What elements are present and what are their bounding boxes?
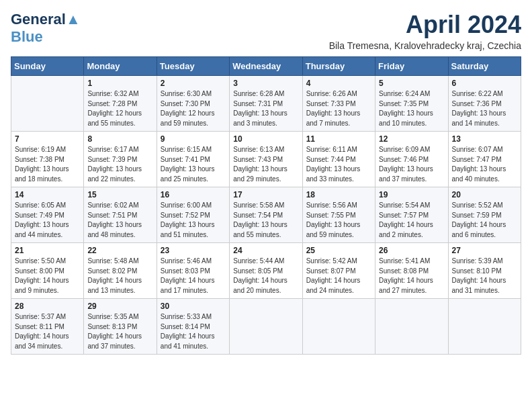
calendar-header-row: SundayMondayTuesdayWednesdayThursdayFrid… [11,57,521,76]
calendar-cell: 27 Sunrise: 5:39 AMSunset: 8:10 PMDaylig… [448,243,521,299]
header-saturday: Saturday [448,57,521,76]
logo: General▲ Blue [11,11,81,46]
calendar-table: SundayMondayTuesdayWednesdayThursdayFrid… [11,56,521,355]
calendar-cell: 3 Sunrise: 6:28 AMSunset: 7:31 PMDayligh… [230,76,302,132]
day-info: Sunrise: 5:54 AMSunset: 7:57 PMDaylight:… [379,201,444,240]
day-number: 1 [87,79,152,88]
calendar-cell: 26 Sunrise: 5:41 AMSunset: 8:08 PMDaylig… [375,243,448,299]
calendar-cell: 23 Sunrise: 5:46 AMSunset: 8:03 PMDaylig… [157,243,229,299]
day-number: 9 [161,134,226,144]
day-number: 3 [233,79,298,88]
calendar-week-2: 7 Sunrise: 6:19 AMSunset: 7:38 PMDayligh… [11,132,521,187]
calendar-cell: 5 Sunrise: 6:24 AMSunset: 7:35 PMDayligh… [375,76,448,132]
calendar-cell: 8 Sunrise: 6:17 AMSunset: 7:39 PMDayligh… [84,132,157,187]
month-title: April 2024 [329,11,521,39]
calendar-cell: 10 Sunrise: 6:13 AMSunset: 7:43 PMDaylig… [230,132,302,187]
header-sunday: Sunday [11,57,84,76]
header-wednesday: Wednesday [230,57,302,76]
day-number: 28 [15,302,80,311]
calendar-cell: 2 Sunrise: 6:30 AMSunset: 7:30 PMDayligh… [157,76,229,132]
header-tuesday: Tuesday [157,57,229,76]
day-number: 18 [306,190,371,199]
day-info: Sunrise: 5:44 AMSunset: 8:05 PMDaylight:… [233,257,298,295]
day-info: Sunrise: 5:42 AMSunset: 8:07 PMDaylight:… [306,257,371,295]
day-info: Sunrise: 6:22 AMSunset: 7:36 PMDaylight:… [452,89,517,128]
day-number: 27 [452,246,517,255]
day-info: Sunrise: 5:58 AMSunset: 7:54 PMDaylight:… [233,201,298,240]
day-info: Sunrise: 5:52 AMSunset: 7:59 PMDaylight:… [452,201,517,240]
calendar-cell [375,299,448,355]
calendar-cell: 7 Sunrise: 6:19 AMSunset: 7:38 PMDayligh… [11,132,84,187]
calendar-cell: 6 Sunrise: 6:22 AMSunset: 7:36 PMDayligh… [448,76,521,132]
day-number: 14 [15,190,80,199]
day-info: Sunrise: 6:02 AMSunset: 7:51 PMDaylight:… [87,201,152,240]
calendar-cell [448,299,521,355]
calendar-week-5: 28 Sunrise: 5:37 AMSunset: 8:11 PMDaylig… [11,299,521,355]
header-monday: Monday [84,57,157,76]
calendar-cell: 4 Sunrise: 6:26 AMSunset: 7:33 PMDayligh… [302,76,375,132]
calendar-cell: 20 Sunrise: 5:52 AMSunset: 7:59 PMDaylig… [448,187,521,243]
day-info: Sunrise: 5:48 AMSunset: 8:02 PMDaylight:… [87,257,152,295]
calendar-cell: 25 Sunrise: 5:42 AMSunset: 8:07 PMDaylig… [302,243,375,299]
day-info: Sunrise: 6:13 AMSunset: 7:43 PMDaylight:… [233,145,298,184]
day-number: 4 [306,79,371,88]
day-number: 16 [161,190,226,199]
day-info: Sunrise: 6:26 AMSunset: 7:33 PMDaylight:… [306,89,371,128]
calendar-week-4: 21 Sunrise: 5:50 AMSunset: 8:00 PMDaylig… [11,243,521,299]
day-number: 15 [87,190,152,199]
header-thursday: Thursday [302,57,375,76]
calendar-cell: 21 Sunrise: 5:50 AMSunset: 8:00 PMDaylig… [11,243,84,299]
logo-text: General▲ Blue [11,11,81,46]
calendar-cell: 30 Sunrise: 5:33 AMSunset: 8:14 PMDaylig… [157,299,229,355]
day-info: Sunrise: 6:30 AMSunset: 7:30 PMDaylight:… [161,89,226,128]
calendar-cell: 16 Sunrise: 6:00 AMSunset: 7:52 PMDaylig… [157,187,229,243]
calendar-week-3: 14 Sunrise: 6:05 AMSunset: 7:49 PMDaylig… [11,187,521,243]
location: Bila Tremesna, Kralovehradecky kraj, Cze… [329,40,521,51]
day-info: Sunrise: 6:24 AMSunset: 7:35 PMDaylight:… [379,89,444,128]
day-info: Sunrise: 5:41 AMSunset: 8:08 PMDaylight:… [379,257,444,295]
calendar-cell: 11 Sunrise: 6:11 AMSunset: 7:44 PMDaylig… [302,132,375,187]
day-number: 26 [379,246,444,255]
day-number: 30 [161,302,226,311]
calendar-cell: 24 Sunrise: 5:44 AMSunset: 8:05 PMDaylig… [230,243,302,299]
day-number: 22 [87,246,152,255]
page-header: General▲ Blue April 2024 Bila Tremesna, … [11,11,521,51]
day-info: Sunrise: 6:32 AMSunset: 7:28 PMDaylight:… [87,89,152,128]
calendar-cell: 9 Sunrise: 6:15 AMSunset: 7:41 PMDayligh… [157,132,229,187]
calendar-cell [230,299,302,355]
title-block: April 2024 Bila Tremesna, Kralovehradeck… [329,11,521,51]
day-number: 10 [233,134,298,144]
day-number: 6 [452,79,517,88]
day-number: 24 [233,246,298,255]
day-number: 2 [161,79,226,88]
day-number: 8 [87,134,152,144]
day-number: 20 [452,190,517,199]
day-info: Sunrise: 6:11 AMSunset: 7:44 PMDaylight:… [306,145,371,184]
calendar-cell: 15 Sunrise: 6:02 AMSunset: 7:51 PMDaylig… [84,187,157,243]
calendar-cell: 29 Sunrise: 5:35 AMSunset: 8:13 PMDaylig… [84,299,157,355]
calendar-week-1: 1 Sunrise: 6:32 AMSunset: 7:28 PMDayligh… [11,76,521,132]
calendar-cell: 1 Sunrise: 6:32 AMSunset: 7:28 PMDayligh… [84,76,157,132]
day-info: Sunrise: 6:07 AMSunset: 7:47 PMDaylight:… [452,145,517,184]
day-info: Sunrise: 5:33 AMSunset: 8:14 PMDaylight:… [161,312,226,351]
calendar-cell: 14 Sunrise: 6:05 AMSunset: 7:49 PMDaylig… [11,187,84,243]
calendar-cell: 17 Sunrise: 5:58 AMSunset: 7:54 PMDaylig… [230,187,302,243]
day-number: 12 [379,134,444,144]
day-info: Sunrise: 6:15 AMSunset: 7:41 PMDaylight:… [161,145,226,184]
calendar-cell: 28 Sunrise: 5:37 AMSunset: 8:11 PMDaylig… [11,299,84,355]
day-info: Sunrise: 5:37 AMSunset: 8:11 PMDaylight:… [15,312,80,351]
day-number: 21 [15,246,80,255]
day-number: 19 [379,190,444,199]
day-info: Sunrise: 6:17 AMSunset: 7:39 PMDaylight:… [87,145,152,184]
day-info: Sunrise: 6:19 AMSunset: 7:38 PMDaylight:… [15,145,80,184]
header-friday: Friday [375,57,448,76]
calendar-cell: 22 Sunrise: 5:48 AMSunset: 8:02 PMDaylig… [84,243,157,299]
day-info: Sunrise: 5:35 AMSunset: 8:13 PMDaylight:… [87,312,152,351]
day-info: Sunrise: 6:09 AMSunset: 7:46 PMDaylight:… [379,145,444,184]
calendar-cell [302,299,375,355]
day-number: 13 [452,134,517,144]
day-info: Sunrise: 6:05 AMSunset: 7:49 PMDaylight:… [15,201,80,240]
day-info: Sunrise: 5:50 AMSunset: 8:00 PMDaylight:… [15,257,80,295]
day-number: 7 [15,134,80,144]
day-number: 11 [306,134,371,144]
